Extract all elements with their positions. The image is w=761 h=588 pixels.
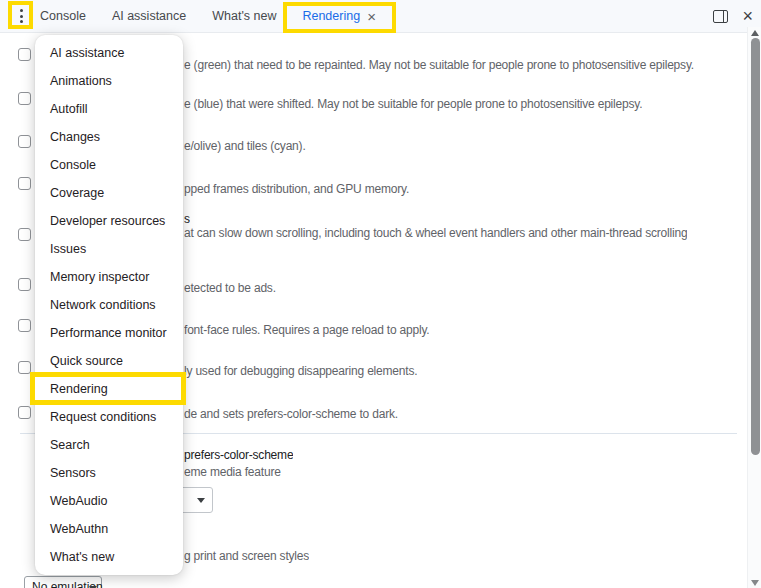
select-arrow-icon — [197, 498, 205, 503]
menu-item-whats-new[interactable]: What's new — [35, 543, 183, 571]
close-devtools-icon[interactable]: × — [742, 7, 753, 25]
checkbox-row-4[interactable] — [18, 177, 31, 190]
checkbox-row-6[interactable] — [18, 278, 31, 291]
menu-item-rendering[interactable]: Rendering — [35, 375, 183, 403]
menu-item-console[interactable]: Console — [35, 151, 183, 179]
menu-item-search[interactable]: Search — [35, 431, 183, 459]
menu-item-ai-assistance[interactable]: AI assistance — [35, 39, 183, 67]
checkbox-row-2[interactable] — [18, 92, 31, 105]
devtools-toolbar: Console AI assistance What's new Renderi… — [0, 0, 761, 33]
row-description: etected to be ads. — [184, 281, 276, 295]
tab-rendering-label: Rendering — [302, 9, 360, 23]
checkbox-row-5[interactable] — [18, 228, 31, 241]
menu-item-animations[interactable]: Animations — [35, 67, 183, 95]
dock-side-icon[interactable] — [713, 10, 728, 23]
menu-item-quick-source[interactable]: Quick source — [35, 347, 183, 375]
row-description: font-face rules. Requires a page reload … — [184, 323, 429, 337]
menu-item-autofill[interactable]: Autofill — [35, 95, 183, 123]
checkbox-row-1[interactable] — [18, 48, 31, 61]
checkbox-row-9[interactable] — [18, 406, 31, 419]
row-description: pped frames distribution, and GPU memory… — [184, 182, 409, 196]
checkbox-row-8[interactable] — [18, 361, 31, 374]
tab-ai-assistance[interactable]: AI assistance — [99, 0, 199, 32]
scheme-section-subtitle: eme media feature — [184, 465, 281, 479]
checkbox-row-3[interactable] — [18, 135, 31, 148]
menu-item-network-conditions[interactable]: Network conditions — [35, 291, 183, 319]
menu-item-webauthn[interactable]: WebAuthn — [35, 515, 183, 543]
menu-item-webaudio[interactable]: WebAudio — [35, 487, 183, 515]
panel-tabs: Console AI assistance What's new Renderi… — [27, 0, 389, 32]
devtools-window: Console AI assistance What's new Renderi… — [0, 0, 761, 588]
scrollbar-thumb[interactable] — [751, 38, 760, 455]
scrollbar-up-arrow-icon[interactable] — [751, 30, 759, 36]
row-description: e (green) that need to be repainted. May… — [184, 58, 694, 72]
menu-item-coverage[interactable]: Coverage — [35, 179, 183, 207]
more-tools-menu: AI assistance Animations Autofill Change… — [35, 35, 183, 575]
tab-console[interactable]: Console — [27, 0, 99, 32]
row-title: s — [184, 212, 190, 226]
menu-item-performance-monitor[interactable]: Performance monitor — [35, 319, 183, 347]
scheme-section-title: prefers-color-scheme — [184, 448, 293, 462]
row-description: ly used for debugging disappearing eleme… — [184, 364, 417, 378]
menu-item-memory-inspector[interactable]: Memory inspector — [35, 263, 183, 291]
tab-whats-new[interactable]: What's new — [199, 0, 289, 32]
menu-item-developer-resources[interactable]: Developer resources — [35, 207, 183, 235]
kebab-icon — [20, 15, 23, 18]
kebab-icon — [20, 20, 23, 23]
row-description: at can slow down scrolling, including to… — [184, 226, 687, 240]
menu-item-issues[interactable]: Issues — [35, 235, 183, 263]
menu-item-changes[interactable]: Changes — [35, 123, 183, 151]
row-description: e (blue) that were shifted. May not be s… — [184, 97, 642, 111]
tab-rendering[interactable]: Rendering × — [289, 0, 388, 32]
menu-item-sensors[interactable]: Sensors — [35, 459, 183, 487]
row-description: de and sets prefers-color-scheme to dark… — [184, 407, 398, 421]
media-type-subtitle: g print and screen styles — [184, 549, 309, 563]
active-tab-underline — [297, 30, 380, 33]
kebab-icon — [20, 9, 23, 12]
tab-close-icon[interactable]: × — [367, 9, 376, 24]
scrollbar-down-arrow-icon[interactable] — [751, 580, 759, 586]
menu-item-request-conditions[interactable]: Request conditions — [35, 403, 183, 431]
checkbox-row-7[interactable] — [18, 319, 31, 332]
vertical-scrollbar — [747, 27, 761, 588]
row-description: e/olive) and tiles (cyan). — [184, 139, 306, 153]
